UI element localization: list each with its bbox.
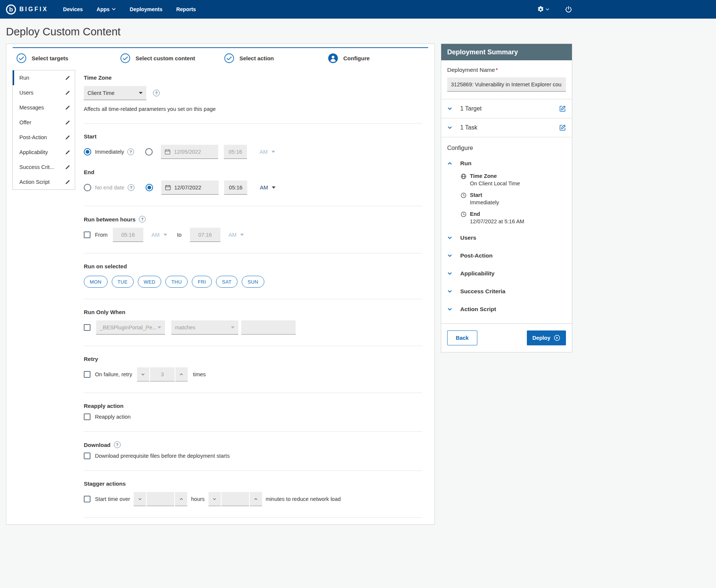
- run-only-when-checkbox[interactable]: [84, 324, 90, 331]
- pencil-icon[interactable]: [65, 120, 70, 125]
- increment-button[interactable]: [175, 492, 187, 506]
- decrement-button[interactable]: [134, 492, 146, 506]
- tab-run[interactable]: Run: [13, 70, 75, 85]
- stagger-minutes-value[interactable]: [222, 492, 249, 506]
- tab-success-criteria[interactable]: Success Crit...: [13, 160, 75, 175]
- run-on-selected-section: Run on selected MON TUE WED THU FRI SAT …: [84, 253, 422, 299]
- chevron-down-icon: [157, 326, 161, 329]
- nav-item-deployments[interactable]: Deployments: [130, 6, 162, 12]
- summary-section-applicability[interactable]: Applicability: [441, 265, 572, 282]
- property-select[interactable]: _BESPluginPortal_Pe...: [96, 320, 165, 335]
- retry-checkbox[interactable]: [84, 371, 90, 378]
- pencil-icon[interactable]: [65, 150, 70, 155]
- help-icon[interactable]: ?: [114, 441, 121, 448]
- summary-section-run[interactable]: Run: [441, 154, 572, 172]
- day-pill-tue[interactable]: TUE: [112, 276, 134, 288]
- summary-section-post-action[interactable]: Post-Action: [441, 247, 572, 265]
- from-ampm-select[interactable]: AM: [152, 232, 167, 238]
- start-time-field[interactable]: 05:16: [224, 145, 247, 159]
- end-ampm-select[interactable]: AM: [260, 185, 276, 191]
- pencil-icon[interactable]: [65, 179, 70, 185]
- stagger-checkbox[interactable]: [84, 496, 90, 502]
- step-select-targets[interactable]: Select targets: [13, 53, 117, 63]
- summary-section-users[interactable]: Users: [441, 229, 572, 247]
- step-select-custom-content[interactable]: Select custom content: [117, 53, 220, 63]
- logout-button[interactable]: [565, 6, 572, 13]
- to-time-field[interactable]: 07:16: [190, 228, 220, 242]
- step-select-action[interactable]: Select action: [220, 53, 324, 63]
- decrement-button[interactable]: [209, 492, 221, 506]
- tab-label: Action Script: [19, 179, 50, 185]
- tab-messages[interactable]: Messages: [13, 100, 75, 115]
- tab-offer[interactable]: Offer: [13, 115, 75, 130]
- to-ampm-select[interactable]: AM: [229, 232, 244, 238]
- tab-applicability[interactable]: Applicability: [13, 145, 75, 160]
- summary-section-action-script[interactable]: Action Script: [441, 300, 572, 318]
- end-time-field[interactable]: 05:16: [224, 180, 247, 195]
- day-pill-fri[interactable]: FRI: [192, 276, 212, 288]
- pencil-icon[interactable]: [65, 164, 70, 170]
- retry-count-stepper: 3: [137, 367, 188, 381]
- from-time-field[interactable]: 05:16: [113, 228, 143, 242]
- start-date-field[interactable]: 12/05/2022: [161, 145, 218, 159]
- relevance-value-input[interactable]: [241, 320, 296, 335]
- step-configure[interactable]: Configure: [324, 53, 428, 63]
- run-between-hours-label: Run between hours ?: [84, 216, 422, 223]
- summary-task-row[interactable]: 1 Task: [441, 118, 572, 137]
- edit-target-button[interactable]: [559, 105, 566, 112]
- day-pill-thu[interactable]: THU: [165, 276, 188, 288]
- tab-action-script[interactable]: Action Script: [13, 175, 75, 189]
- tab-label: Post-Action: [19, 134, 47, 140]
- increment-button[interactable]: [175, 367, 188, 381]
- settings-menu-button[interactable]: [537, 6, 549, 13]
- help-icon[interactable]: ?: [127, 148, 134, 155]
- day-pill-wed[interactable]: WED: [138, 276, 162, 288]
- pencil-icon[interactable]: [65, 90, 70, 96]
- deployment-name-block: Deployment Name*: [441, 60, 572, 99]
- retry-count-value[interactable]: 3: [150, 367, 175, 381]
- edit-task-button[interactable]: [559, 124, 566, 131]
- increment-button[interactable]: [250, 492, 262, 506]
- help-icon[interactable]: ?: [128, 184, 134, 191]
- run-between-checkbox[interactable]: [84, 231, 90, 238]
- day-pill-sat[interactable]: SAT: [216, 276, 238, 288]
- nav-item-devices[interactable]: Devices: [63, 6, 83, 12]
- calendar-icon: [165, 149, 171, 155]
- day-pill-mon[interactable]: MON: [84, 276, 108, 288]
- bigfix-brand[interactable]: b BIGFIX: [6, 4, 48, 15]
- start-on-date-radio[interactable]: [145, 148, 153, 156]
- summary-target-row[interactable]: 1 Target: [441, 99, 572, 118]
- chevron-down-icon: [112, 8, 116, 11]
- pencil-icon[interactable]: [65, 135, 70, 140]
- tab-users[interactable]: Users: [13, 85, 75, 100]
- nav-item-reports[interactable]: Reports: [176, 6, 196, 12]
- check-circle-icon: [16, 53, 26, 63]
- download-checkbox[interactable]: [84, 453, 90, 459]
- pencil-icon[interactable]: [65, 105, 70, 111]
- stagger-hours-value[interactable]: [147, 492, 174, 506]
- section-label: Post-Action: [460, 252, 493, 259]
- start-row: Immediately ? 12/05/2022 05:16 AM: [84, 145, 422, 159]
- end-on-date-radio[interactable]: [146, 184, 153, 191]
- help-icon[interactable]: ?: [153, 90, 160, 96]
- deploy-button[interactable]: Deploy: [527, 330, 566, 345]
- back-button[interactable]: Back: [447, 330, 477, 345]
- deployment-name-input[interactable]: [447, 77, 566, 92]
- end-date-field[interactable]: 12/07/2022: [161, 180, 219, 195]
- tab-post-action[interactable]: Post-Action: [13, 130, 75, 145]
- time-zone-select[interactable]: Client Time: [84, 86, 146, 100]
- configure-card: Select targets Select custom content Sel…: [6, 44, 435, 525]
- day-pill-sun[interactable]: SUN: [242, 276, 264, 288]
- decrement-button[interactable]: [137, 367, 149, 381]
- reapply-checkbox[interactable]: [84, 413, 90, 420]
- start-ampm-select[interactable]: AM: [260, 149, 275, 155]
- help-icon[interactable]: ?: [139, 216, 146, 223]
- nav-item-apps[interactable]: Apps: [96, 6, 116, 12]
- task-count-label: 1 Task: [460, 124, 477, 131]
- section-label: Applicability: [460, 270, 494, 277]
- no-end-date-radio[interactable]: [84, 184, 91, 191]
- pencil-icon[interactable]: [65, 75, 70, 81]
- operator-select[interactable]: matches: [171, 320, 238, 335]
- summary-section-success-criteria[interactable]: Success Criteria: [441, 282, 572, 300]
- start-immediately-radio[interactable]: [84, 148, 91, 156]
